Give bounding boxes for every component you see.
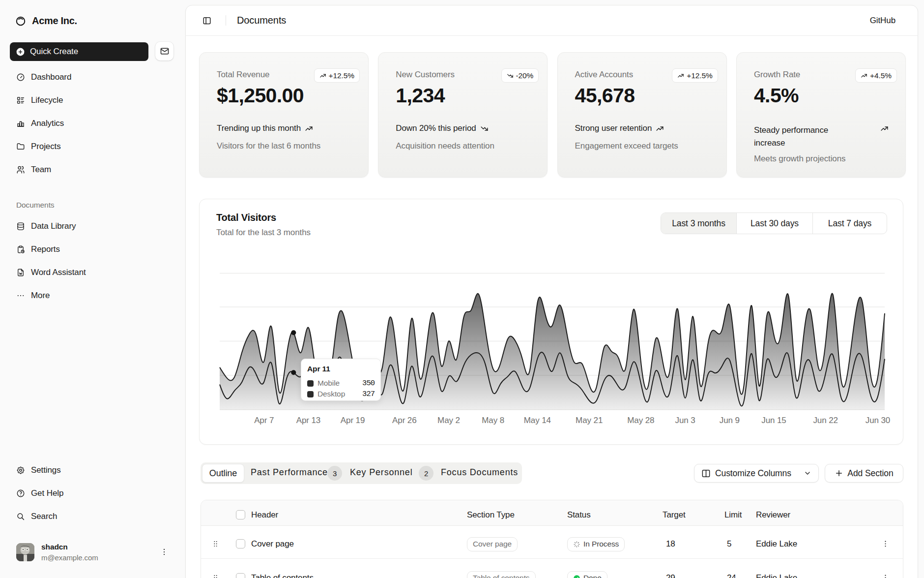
svg-text:Apr 7: Apr 7 — [254, 416, 274, 425]
svg-text:Apr 19: Apr 19 — [341, 416, 365, 425]
svg-text:May 8: May 8 — [482, 416, 504, 425]
svg-text:Jun 3: Jun 3 — [675, 416, 695, 425]
svg-text:Apr 13: Apr 13 — [296, 416, 321, 425]
svg-text:Apr 26: Apr 26 — [392, 416, 417, 425]
svg-text:Jun 15: Jun 15 — [761, 416, 786, 425]
svg-text:Jun 30: Jun 30 — [866, 416, 890, 425]
svg-text:May 28: May 28 — [627, 416, 654, 425]
svg-text:Jun 9: Jun 9 — [720, 416, 740, 425]
svg-text:May 2: May 2 — [437, 416, 460, 425]
svg-text:May 21: May 21 — [576, 416, 603, 425]
svg-text:Jun 22: Jun 22 — [813, 416, 837, 425]
svg-text:May 14: May 14 — [524, 416, 551, 425]
